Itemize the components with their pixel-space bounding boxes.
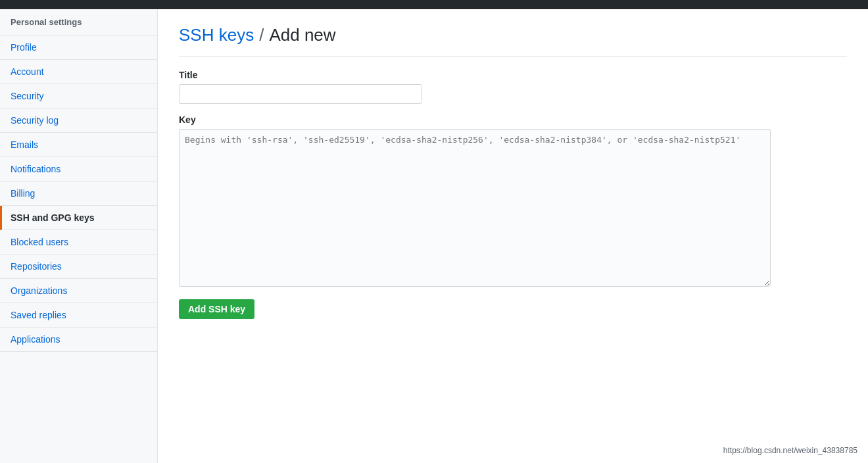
key-label: Key — [179, 114, 847, 125]
sidebar-link-ssh-gpg-keys[interactable]: SSH and GPG keys — [2, 206, 157, 230]
sidebar-item-organizations[interactable]: Organizations — [0, 279, 157, 303]
heading-title: Add new — [269, 25, 335, 45]
sidebar-item-ssh-gpg-keys[interactable]: SSH and GPG keys — [0, 206, 157, 230]
sidebar-link-emails[interactable]: Emails — [0, 133, 157, 157]
sidebar-link-billing[interactable]: Billing — [0, 182, 157, 205]
sidebar-link-organizations[interactable]: Organizations — [0, 279, 157, 303]
sidebar-item-notifications[interactable]: Notifications — [0, 157, 157, 182]
title-input[interactable] — [179, 84, 422, 104]
sidebar-link-notifications[interactable]: Notifications — [0, 157, 157, 181]
heading-separator: / — [259, 25, 264, 45]
sidebar-link-blocked-users[interactable]: Blocked users — [0, 230, 157, 254]
add-ssh-key-form: Title Key Add SSH key — [179, 70, 847, 319]
top-bar — [0, 0, 868, 9]
sidebar-header: Personal settings — [0, 9, 157, 36]
sidebar-item-repositories[interactable]: Repositories — [0, 255, 157, 279]
main-content: SSH keys / Add new Title Key Add SSH key — [158, 9, 868, 463]
sidebar-item-security[interactable]: Security — [0, 84, 157, 109]
sidebar-item-applications[interactable]: Applications — [0, 328, 157, 352]
sidebar: Personal settings Profile Account Securi… — [0, 9, 158, 463]
key-field-group: Key — [179, 114, 847, 289]
sidebar-link-security-log[interactable]: Security log — [0, 109, 157, 132]
sidebar-link-saved-replies[interactable]: Saved replies — [0, 303, 157, 327]
sidebar-link-security[interactable]: Security — [0, 84, 157, 108]
sidebar-item-saved-replies[interactable]: Saved replies — [0, 303, 157, 328]
title-label: Title — [179, 70, 847, 80]
sidebar-link-profile[interactable]: Profile — [0, 36, 157, 59]
sidebar-item-billing[interactable]: Billing — [0, 182, 157, 206]
key-textarea[interactable] — [179, 129, 771, 287]
ssh-keys-link[interactable]: SSH keys — [179, 25, 254, 45]
sidebar-item-account[interactable]: Account — [0, 60, 157, 84]
sidebar-nav: Profile Account Security Security log Em… — [0, 36, 157, 352]
page-heading: SSH keys / Add new — [179, 25, 847, 57]
sidebar-item-profile[interactable]: Profile — [0, 36, 157, 60]
footer-link: https://blog.csdn.net/weixin_43838785 — [723, 446, 857, 455]
sidebar-link-account[interactable]: Account — [0, 60, 157, 84]
title-field-group: Title — [179, 70, 847, 104]
sidebar-link-applications[interactable]: Applications — [0, 328, 157, 351]
sidebar-item-security-log[interactable]: Security log — [0, 109, 157, 133]
sidebar-link-repositories[interactable]: Repositories — [0, 255, 157, 278]
sidebar-item-emails[interactable]: Emails — [0, 133, 157, 157]
sidebar-item-blocked-users[interactable]: Blocked users — [0, 230, 157, 255]
add-ssh-key-button[interactable]: Add SSH key — [179, 299, 254, 319]
